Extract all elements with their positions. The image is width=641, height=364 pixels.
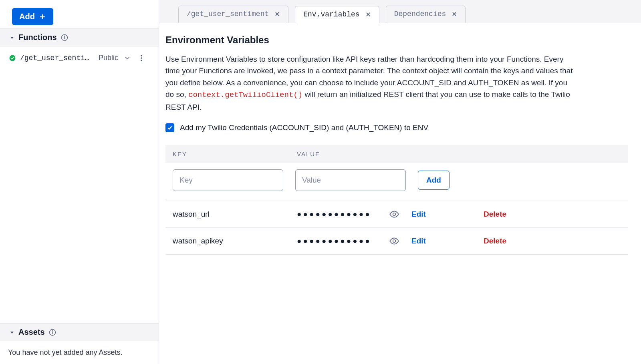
add-env-var-button[interactable]: Add [418, 171, 450, 190]
content: Environment Variables Use Environment Va… [159, 23, 641, 264]
env-key: watson_apikey [173, 237, 297, 245]
edit-link[interactable]: Edit [411, 210, 484, 219]
page-description: Use Environment Variables to store confi… [165, 53, 574, 113]
page-title: Environment Variables [165, 34, 628, 46]
value-input[interactable] [295, 169, 406, 191]
env-key: watson_url [173, 210, 297, 219]
svg-marker-10 [10, 332, 14, 334]
svg-point-21 [393, 240, 396, 243]
env-value-masked: ●●●●●●●●●●●● [297, 237, 389, 245]
sidebar-spacer [0, 69, 159, 323]
env-var-table: KEY VALUE Add watson_url ●●●●●●●●●●●● Ed… [165, 145, 628, 255]
check-icon [167, 125, 173, 131]
kebab-menu-icon[interactable] [137, 54, 145, 62]
function-name: /get_user_sentim… [20, 54, 92, 62]
eye-icon[interactable] [389, 209, 399, 219]
svg-point-8 [141, 57, 142, 58]
functions-title: Functions [18, 33, 57, 42]
svg-point-7 [141, 55, 142, 56]
delete-link[interactable]: Delete [484, 237, 506, 245]
header-key: KEY [173, 151, 297, 157]
close-icon[interactable] [452, 11, 457, 17]
functions-section-header[interactable]: Functions [0, 28, 159, 46]
checkbox-label: Add my Twilio Credentials (ACCOUNT_SID) … [180, 123, 428, 132]
function-row[interactable]: /get_user_sentim… Public [6, 52, 152, 64]
tab-dependencies[interactable]: Dependencies [386, 6, 466, 23]
tab-label: Env.variables [303, 10, 359, 18]
info-icon[interactable] [61, 34, 68, 41]
assets-title: Assets [18, 328, 45, 337]
checkbox-row: Add my Twilio Credentials (ACCOUNT_SID) … [165, 123, 628, 132]
info-icon[interactable] [49, 329, 56, 336]
close-icon[interactable] [365, 12, 371, 17]
table-row: watson_url ●●●●●●●●●●●● Edit Delete [165, 201, 628, 228]
add-button[interactable]: Add [12, 8, 53, 25]
sidebar-top: Add [0, 0, 159, 28]
tab-env-variables[interactable]: Env.variables [295, 6, 379, 23]
tab-label: /get_user_sentiment [187, 10, 269, 18]
main: /get_user_sentiment Env.variables Depend… [159, 0, 641, 364]
key-input[interactable] [173, 169, 283, 191]
header-value: VALUE [297, 151, 421, 157]
functions-list: /get_user_sentim… Public [0, 46, 159, 69]
svg-marker-2 [10, 37, 14, 39]
plus-icon [39, 13, 46, 20]
desc-code: context.getTwilioClient() [188, 90, 302, 99]
assets-section-header[interactable]: Assets [0, 323, 159, 341]
env-value-masked: ●●●●●●●●●●●● [297, 210, 389, 219]
assets-empty: You have not yet added any Assets. [0, 341, 159, 364]
tab-bar: /get_user_sentiment Env.variables Depend… [159, 0, 641, 23]
svg-point-20 [393, 213, 396, 216]
tab-label: Dependencies [394, 10, 446, 18]
chevron-down-icon[interactable] [124, 54, 131, 62]
caret-down-icon [10, 35, 14, 40]
eye-icon[interactable] [389, 236, 399, 246]
caret-down-icon [10, 330, 14, 335]
add-credentials-checkbox[interactable] [165, 123, 174, 132]
edit-link[interactable]: Edit [411, 237, 484, 245]
status-success-icon [9, 54, 16, 62]
add-row: Add [165, 163, 628, 201]
svg-point-9 [141, 60, 142, 61]
table-header: KEY VALUE [165, 145, 628, 163]
add-button-label: Add [19, 12, 35, 21]
delete-link[interactable]: Delete [484, 210, 506, 219]
table-row: watson_apikey ●●●●●●●●●●●● Edit Delete [165, 228, 628, 255]
tab-get-user-sentiment[interactable]: /get_user_sentiment [178, 6, 288, 23]
sidebar: Add Functions /get_user_sentim… Public A… [0, 0, 159, 364]
svg-point-5 [64, 36, 65, 36]
close-icon[interactable] [274, 11, 280, 17]
svg-point-13 [52, 330, 53, 331]
function-visibility: Public [99, 54, 118, 62]
